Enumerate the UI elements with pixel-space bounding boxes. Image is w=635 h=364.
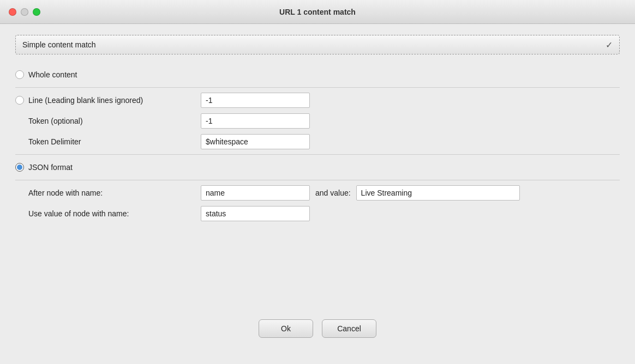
close-button[interactable]	[9, 8, 16, 16]
token-label: Token (optional)	[15, 117, 201, 125]
use-value-input[interactable]	[201, 206, 310, 221]
and-value-label: and value:	[315, 189, 351, 197]
maximize-button[interactable]	[33, 8, 40, 16]
after-node-row: After node with name: and value:	[15, 183, 620, 203]
line-radio[interactable]	[15, 96, 24, 105]
window-title: URL 1 content match	[279, 8, 356, 16]
main-content: Simple content match ✓ Whole content Lin…	[0, 24, 635, 364]
after-node-label: After node with name:	[15, 189, 201, 197]
traffic-lights	[9, 8, 40, 16]
form-section: Whole content Line (Leading blank lines …	[15, 64, 620, 224]
json-format-radio[interactable]	[15, 163, 24, 172]
minimize-button[interactable]	[21, 8, 28, 16]
and-value-input[interactable]	[356, 185, 520, 201]
line-row: Line (Leading blank lines ignored)	[15, 90, 620, 111]
separator-3	[15, 180, 620, 180]
ok-button[interactable]: Ok	[259, 319, 313, 338]
whole-content-label[interactable]: Whole content	[15, 70, 201, 79]
token-delimiter-row: Token Delimiter	[15, 131, 620, 152]
button-area: Ok Cancel	[15, 224, 620, 353]
whole-content-row: Whole content	[15, 64, 620, 85]
match-type-dropdown[interactable]: Simple content match ✓	[15, 35, 620, 54]
json-format-label[interactable]: JSON format	[15, 163, 201, 172]
json-format-row: JSON format	[15, 157, 620, 178]
use-value-row: Use value of node with name:	[15, 203, 620, 224]
json-format-text: JSON format	[28, 163, 73, 172]
after-node-input[interactable]	[201, 185, 310, 201]
token-delimiter-input[interactable]	[201, 134, 310, 149]
whole-content-text: Whole content	[28, 70, 77, 79]
chevron-down-icon: ✓	[606, 40, 613, 50]
dropdown-label: Simple content match	[22, 40, 606, 49]
title-bar: URL 1 content match	[0, 0, 635, 24]
token-row: Token (optional)	[15, 111, 620, 131]
cancel-button[interactable]: Cancel	[322, 319, 376, 338]
line-input[interactable]	[201, 93, 310, 108]
line-text: Line (Leading blank lines ignored)	[28, 96, 143, 105]
line-label[interactable]: Line (Leading blank lines ignored)	[15, 96, 201, 105]
token-input[interactable]	[201, 113, 310, 129]
use-value-label: Use value of node with name:	[15, 209, 201, 218]
separator-2	[15, 154, 620, 155]
whole-content-radio[interactable]	[15, 70, 24, 79]
dropdown-container: Simple content match ✓	[15, 35, 620, 54]
separator-1	[15, 87, 620, 88]
token-delimiter-label: Token Delimiter	[15, 137, 201, 146]
